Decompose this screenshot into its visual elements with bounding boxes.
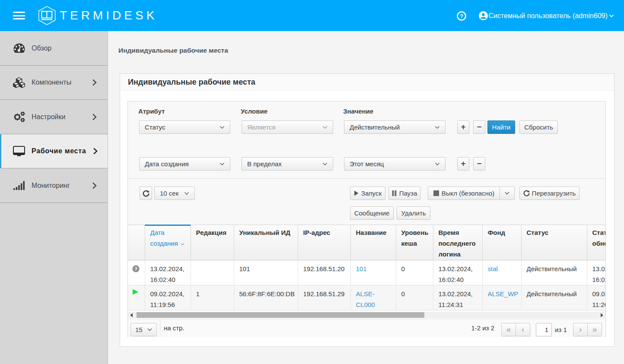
svg-text:?: ? [134, 266, 137, 272]
svg-text:?: ? [460, 13, 463, 19]
